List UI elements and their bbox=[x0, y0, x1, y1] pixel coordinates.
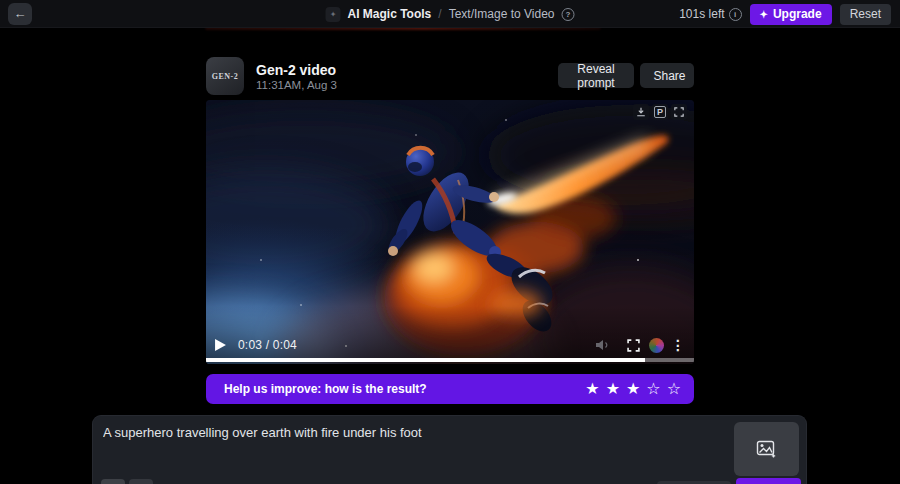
topbar-right: 101s left i ✦ Upgrade Reset bbox=[679, 0, 891, 28]
reveal-prompt-label: Reveal prompt bbox=[568, 62, 624, 90]
color-orb bbox=[649, 338, 664, 353]
reveal-prompt-button[interactable]: Reveal prompt bbox=[558, 63, 634, 88]
feedback-bar: Help us improve: how is the result? ★★★☆… bbox=[206, 374, 694, 404]
generate-button[interactable] bbox=[736, 478, 801, 484]
video-progress-bar[interactable] bbox=[206, 358, 694, 362]
video-overlay-actions: P bbox=[633, 104, 687, 120]
flag-button[interactable]: P bbox=[652, 104, 668, 120]
result-timestamp: 11:31AM, Aug 3 bbox=[256, 79, 337, 91]
result-title: Gen-2 video bbox=[256, 62, 336, 78]
prompt-panel: A superhero travelling over earth with f… bbox=[92, 415, 807, 484]
star-4[interactable]: ☆ bbox=[646, 381, 660, 397]
credits-label: 101s left bbox=[679, 7, 724, 21]
breadcrumb: ✦ AI Magic Tools / Text/Image to Video ? bbox=[326, 0, 575, 28]
back-button[interactable]: ← bbox=[8, 3, 32, 25]
panel-tool-button-1[interactable] bbox=[101, 479, 125, 484]
add-image-button[interactable] bbox=[734, 422, 799, 476]
volume-icon[interactable] bbox=[595, 339, 611, 351]
star-3[interactable]: ★ bbox=[626, 381, 640, 397]
share-label: Share bbox=[653, 69, 685, 83]
panel-tool-button-2[interactable] bbox=[129, 479, 153, 484]
breadcrumb-separator: / bbox=[438, 7, 441, 21]
upgrade-label: Upgrade bbox=[773, 7, 822, 21]
sparkle-icon: ✦ bbox=[760, 9, 768, 20]
breadcrumb-primary[interactable]: AI Magic Tools bbox=[348, 7, 432, 21]
topbar: ← ✦ AI Magic Tools / Text/Image to Video… bbox=[0, 0, 900, 28]
star-5[interactable]: ☆ bbox=[667, 381, 681, 397]
star-2[interactable]: ★ bbox=[606, 381, 620, 397]
page: { "topbar": { "breadcrumb_primary": "AI … bbox=[0, 0, 900, 484]
star-1[interactable]: ★ bbox=[585, 381, 599, 397]
video-player[interactable]: P 0:03 / 0:04 ⋮ bbox=[206, 100, 694, 364]
gen2-logo-badge: GEN-2 bbox=[206, 57, 244, 95]
credits-remaining: 101s left i bbox=[679, 7, 741, 21]
feedback-label: Help us improve: how is the result? bbox=[224, 382, 427, 396]
result-header: GEN-2 Gen-2 video 11:31AM, Aug 3 Reveal … bbox=[206, 57, 694, 97]
share-button[interactable]: Share bbox=[640, 63, 694, 88]
download-icon bbox=[636, 107, 646, 117]
video-controls: 0:03 / 0:04 ⋮ bbox=[215, 336, 685, 354]
play-icon[interactable] bbox=[215, 339, 226, 351]
fullscreen-icon[interactable] bbox=[627, 339, 640, 352]
image-plus-icon bbox=[756, 440, 777, 459]
reset-label: Reset bbox=[850, 7, 881, 21]
upgrade-button[interactable]: ✦ Upgrade bbox=[750, 4, 832, 25]
flag-p-icon: P bbox=[654, 106, 665, 118]
reset-button[interactable]: Reset bbox=[840, 4, 891, 25]
expand-button[interactable] bbox=[671, 104, 687, 120]
video-progress-fill bbox=[206, 358, 645, 362]
star-rating[interactable]: ★★★☆☆ bbox=[585, 381, 681, 397]
expand-icon bbox=[674, 107, 684, 117]
prompt-input[interactable]: A superhero travelling over earth with f… bbox=[103, 424, 723, 476]
more-options-icon[interactable]: ⋮ bbox=[671, 338, 685, 352]
breadcrumb-secondary[interactable]: Text/Image to Video bbox=[449, 7, 555, 21]
back-arrow-icon: ← bbox=[14, 4, 27, 24]
info-icon[interactable]: i bbox=[729, 8, 742, 21]
time-display: 0:03 / 0:04 bbox=[238, 338, 297, 352]
controls-shade bbox=[206, 306, 694, 364]
ai-magic-tools-icon: ✦ bbox=[326, 7, 341, 22]
download-button[interactable] bbox=[633, 104, 649, 120]
help-icon[interactable]: ? bbox=[561, 8, 574, 21]
